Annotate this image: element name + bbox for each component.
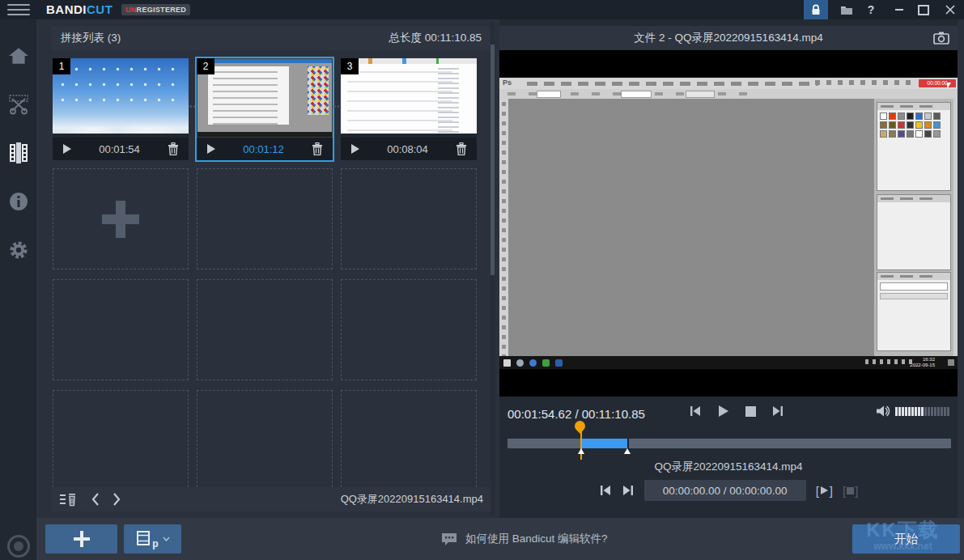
volume-bar[interactable]	[915, 407, 917, 416]
preview-filename: QQ录屏20220915163414.mp4	[499, 460, 958, 474]
scrollbar-thumb[interactable]	[490, 45, 495, 275]
film-join-icon	[8, 142, 29, 164]
sidebar-join-button-active[interactable]	[0, 139, 36, 167]
maximize-icon	[918, 5, 929, 15]
stop-selection-button-disabled: [ ]	[843, 484, 858, 498]
volume-bar[interactable]	[941, 407, 943, 416]
minimize-button[interactable]	[889, 0, 910, 19]
color-swatch	[880, 121, 887, 129]
volume-meter[interactable]	[895, 407, 949, 416]
item-2-number: 2	[197, 58, 214, 74]
color-swatch	[898, 121, 905, 129]
color-swatch	[933, 121, 941, 129]
volume-bar[interactable]	[947, 407, 949, 416]
chevron-down-icon	[163, 537, 170, 541]
volume-bar[interactable]	[931, 407, 933, 416]
timeline-track[interactable]	[507, 439, 951, 448]
volume-bar[interactable]	[895, 407, 898, 416]
volume-bar[interactable]	[937, 407, 940, 416]
trim-end-set-icon[interactable]	[622, 484, 635, 497]
speech-bubble-icon	[441, 532, 457, 546]
sidebar-info-button[interactable]	[0, 188, 36, 215]
empty-slot	[341, 390, 477, 487]
item-1-bar: 00:01:54	[53, 138, 189, 160]
stop-button[interactable]	[742, 403, 758, 419]
ps-logo: Ps	[503, 78, 512, 87]
snapshot-camera-icon[interactable]	[933, 31, 949, 45]
folder-icon	[840, 5, 853, 15]
playlist-total-length: 总长度 00:11:10.85	[389, 31, 482, 45]
maximize-button[interactable]	[913, 0, 934, 19]
empty-slot	[53, 390, 189, 487]
playlist-item-1[interactable]: 1 00:01:54	[53, 58, 189, 160]
sidebar-record-button[interactable]	[0, 532, 36, 560]
help-button[interactable]: ?	[860, 0, 881, 19]
sidebar-cut-button[interactable]	[0, 91, 36, 118]
home-icon	[8, 46, 29, 66]
volume-bar[interactable]	[921, 407, 924, 416]
segment-start-pin[interactable]	[578, 448, 584, 454]
color-swatch	[889, 130, 896, 138]
info-icon	[9, 192, 28, 211]
close-button[interactable]	[939, 0, 962, 19]
hamburger-menu-icon[interactable]	[7, 4, 30, 16]
register-lock-button[interactable]	[804, 0, 828, 19]
item-1-play-icon[interactable]	[63, 144, 71, 154]
item-2-trash-icon[interactable]	[312, 142, 323, 155]
next-frame-button[interactable]	[770, 403, 786, 419]
add-file-button[interactable]	[45, 524, 117, 554]
volume-bar[interactable]	[905, 407, 907, 416]
empty-slot-add[interactable]	[53, 168, 189, 269]
help-link[interactable]: 如何使用 Bandicut 编辑软件?	[441, 518, 608, 560]
prev-frame-button[interactable]	[687, 403, 703, 419]
unregistered-badge: UNREGISTERED	[121, 4, 190, 15]
bandicut-window: BANDICUT UNREGISTERED ?	[0, 0, 964, 560]
item-3-play-icon[interactable]	[351, 144, 359, 154]
item-3-trash-icon[interactable]	[456, 142, 467, 155]
playlist-header: 拼接列表 (3) 总长度 00:11:10.85	[51, 26, 491, 50]
join-mode-button[interactable]: p	[124, 524, 181, 554]
item-2-play-icon[interactable]	[207, 144, 215, 154]
color-swatch	[933, 130, 941, 138]
video-viewport[interactable]: Ps 00:00:00	[499, 50, 958, 397]
titlebar: BANDICUT UNREGISTERED ?	[0, 0, 964, 19]
volume-bar[interactable]	[944, 407, 946, 416]
playlist-scrollbar[interactable]	[490, 22, 495, 515]
volume-bar[interactable]	[918, 407, 920, 416]
volume-control[interactable]	[876, 405, 949, 418]
ps-frame-scrollbar	[953, 99, 958, 356]
open-folder-button[interactable]	[834, 0, 859, 19]
segment-end-pin[interactable]	[624, 448, 631, 454]
color-swatch	[907, 130, 914, 138]
timeline-selected-segment[interactable]	[581, 439, 629, 448]
volume-bar[interactable]	[924, 407, 927, 416]
prev-frame-icon	[689, 405, 702, 418]
playlist-item-2-selected[interactable]: 2 00:01:12	[197, 58, 333, 160]
ps-frame-optionsbar	[499, 89, 958, 99]
color-swatch	[889, 121, 896, 129]
page-prev-chevron-icon[interactable]	[91, 493, 100, 506]
sidebar-home-button[interactable]	[0, 42, 36, 70]
volume-bar[interactable]	[902, 407, 904, 416]
volume-bar[interactable]	[934, 407, 936, 416]
play-button[interactable]	[715, 403, 731, 419]
trim-controls: 00:00:00.00 / 00:00:00.00 [ ] [ ]	[499, 479, 958, 502]
volume-bar[interactable]	[898, 407, 901, 416]
volume-bar[interactable]	[911, 407, 914, 416]
close-icon	[945, 5, 955, 15]
scissors-cut-icon	[7, 94, 30, 115]
volume-bar[interactable]	[928, 407, 930, 416]
color-swatch	[880, 130, 887, 138]
trim-start-set-icon[interactable]	[599, 484, 612, 497]
item-1-trash-icon[interactable]	[168, 142, 179, 155]
play-selection-button[interactable]: [ ]	[816, 484, 833, 498]
clear-list-icon[interactable]	[59, 493, 77, 507]
item-3-bar: 00:08:04	[341, 138, 477, 160]
empty-slot	[197, 390, 333, 487]
start-button[interactable]: 开始	[852, 524, 960, 554]
playlist-item-3[interactable]: 3 00:08:04	[341, 58, 477, 160]
item-3-duration: 00:08:04	[359, 143, 456, 155]
page-next-chevron-icon[interactable]	[113, 493, 121, 506]
sidebar-settings-button[interactable]	[0, 236, 36, 264]
volume-bar[interactable]	[908, 407, 911, 416]
